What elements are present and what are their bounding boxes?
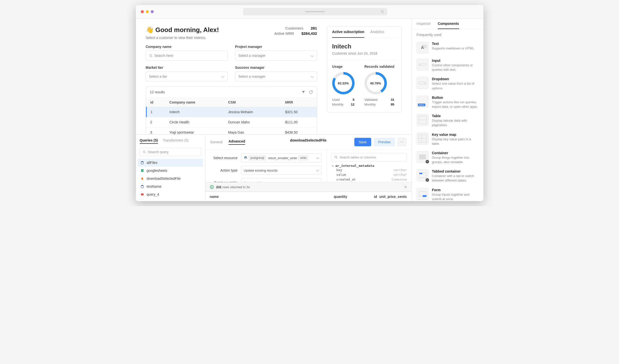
component-form[interactable]: FormGroup inputs together and submit at … — [417, 185, 478, 201]
schema-column[interactable]: keyvarchar — [331, 168, 407, 172]
api-icon — [140, 192, 144, 196]
table-row[interactable]: 1InitechJessica Mohaim$321.50 — [146, 107, 317, 117]
search-icon — [149, 54, 152, 57]
component-table[interactable]: TableDisplay tabular data with paginatio… — [417, 111, 478, 130]
component-thumb: + — [417, 151, 429, 163]
results-header: name quantity id unit_price_cents — [205, 192, 411, 201]
action-type-select[interactable]: Update existing records — [241, 166, 322, 175]
right-sidebar: Inspector Components Frequently used ATe… — [411, 19, 483, 201]
schema-search-input[interactable]: Search tables or columns — [331, 153, 407, 161]
titlebar — [136, 5, 483, 19]
table-row[interactable]: 2Circle HealthDuncan Idaho$111.00 — [146, 117, 317, 127]
schema-column[interactable]: valuevarchar — [331, 172, 407, 177]
records-chart: 40.78% — [364, 72, 387, 94]
component-container[interactable]: +ContainerGroup things together into gro… — [417, 148, 478, 167]
component-text[interactable]: ATextSupports markdown or HTML. — [417, 39, 478, 56]
svg-line-5 — [145, 153, 146, 153]
query-search-input[interactable]: Search query — [140, 148, 201, 156]
component-tabbed-container[interactable]: +Tabbed containerContainer with a tab to… — [417, 167, 478, 185]
component-thumb — [417, 133, 429, 145]
close-toast-button[interactable]: × — [404, 184, 407, 190]
results-table-card: 12 results id Company name CSM — [146, 86, 317, 135]
more-button[interactable]: ⋯ — [398, 138, 406, 146]
resource-select[interactable]: postgresql retool_emailer_write write — [241, 153, 322, 162]
customer-since: Customer since Jun 24, 2018 — [332, 51, 396, 60]
fire-icon — [140, 177, 144, 181]
tab-active-subscription[interactable]: Active subscription — [332, 26, 364, 38]
save-button[interactable]: Save — [354, 138, 371, 146]
component-thumb — [417, 114, 429, 126]
customer-name: Initech — [332, 43, 396, 50]
editor-title: downloadSelectedFile — [290, 138, 327, 142]
minimize-icon[interactable] — [146, 10, 149, 13]
svg-point-15 — [143, 194, 143, 195]
close-icon[interactable] — [141, 10, 144, 13]
check-icon — [210, 185, 214, 189]
chevron-down-icon — [331, 165, 334, 167]
component-thumb: Action — [417, 96, 429, 108]
tab-general[interactable]: General — [210, 140, 223, 144]
search-icon — [143, 150, 146, 154]
query-item-testName[interactable]: testName — [138, 182, 203, 190]
maximize-icon[interactable] — [151, 10, 154, 13]
schema-column[interactable]: created_attimezone — [331, 177, 407, 182]
project-manager-select[interactable]: Select a manager — [235, 51, 317, 61]
company-label: Company name — [146, 45, 228, 49]
status-toast: 231 rows returned in 3s × — [205, 182, 411, 192]
postgres-icon — [244, 156, 247, 160]
component-thumb — [417, 188, 429, 200]
filter-icon[interactable] — [301, 90, 305, 94]
tab-components[interactable]: Components — [438, 22, 459, 29]
tab-queries[interactable]: Queries (5) — [140, 138, 158, 144]
tab-analytics[interactable]: Analytics — [370, 26, 384, 38]
component-thumb: + — [417, 169, 429, 181]
global-search[interactable] — [243, 8, 387, 15]
pm-label: Project manager — [235, 45, 317, 49]
success-manager-select[interactable]: Select a manager — [235, 72, 317, 81]
component-thumb: I — [417, 59, 429, 71]
market-tier-select[interactable]: Select a tier — [146, 72, 228, 81]
tab-transformers[interactable]: Transformers (5) — [163, 138, 189, 144]
refresh-icon[interactable] — [309, 90, 313, 94]
svg-point-4 — [143, 151, 145, 153]
svg-point-16 — [244, 156, 247, 158]
customer-detail-card: Active subscription Analytics Initech Cu… — [327, 26, 401, 112]
svg-point-11 — [141, 185, 143, 186]
window-controls — [141, 10, 154, 13]
sidebar-heading: Frequently used — [412, 29, 483, 39]
component-thumb: ⌄ — [417, 77, 429, 89]
component-button[interactable]: ActionButtonTrigger actions like run que… — [417, 93, 478, 111]
table-row[interactable]: 3Yogi sportswearMaya Gao$438.50 — [146, 127, 317, 135]
svg-point-0 — [381, 10, 383, 12]
app-window: 👋 Good morning, Alex! Select a customer … — [136, 5, 483, 201]
svg-point-13 — [141, 194, 142, 195]
query-item-downloadSelectedFile[interactable]: downloadSelectedFile — [138, 175, 203, 182]
customers-table: id Company name CSM MRR 1InitechJessica … — [146, 98, 317, 135]
tier-label: Market tier — [146, 66, 228, 70]
svg-line-3 — [151, 56, 152, 57]
editor-panel: General Advanced downloadSelectedFile Sa… — [205, 135, 411, 201]
search-icon — [334, 155, 338, 159]
query-item-allFiles[interactable]: allFiles — [138, 159, 203, 167]
schema-table-node[interactable]: ar_internal_metadata — [331, 164, 407, 168]
component-input[interactable]: IInputControl other components or querie… — [417, 56, 478, 74]
results-count: 12 results — [150, 90, 165, 94]
tab-advanced[interactable]: Advanced — [228, 139, 245, 145]
tab-inspector[interactable]: Inspector — [417, 22, 431, 29]
query-item-googlesheets[interactable]: googlesheets — [138, 167, 203, 175]
svg-line-1 — [383, 12, 384, 13]
query-item-query_4[interactable]: query_4 — [138, 190, 203, 198]
db-icon — [140, 184, 144, 188]
svg-point-2 — [149, 54, 151, 56]
sheet-icon — [140, 169, 144, 173]
usage-chart: 83.33% — [332, 72, 355, 94]
component-key-value-map[interactable]: Key value mapDisplay key value pairs in … — [417, 130, 478, 148]
page-subtitle: Select a customer to view their metrics. — [146, 36, 219, 40]
company-search-input[interactable]: Search here — [146, 51, 228, 61]
component-dropdown[interactable]: ⌄DropdownSelect one value from a list of… — [417, 74, 478, 93]
preview-button[interactable]: Preview — [374, 138, 395, 146]
queries-panel: Queries (5) Transformers (5) Search quer… — [136, 135, 205, 201]
svg-line-18 — [336, 158, 337, 159]
svg-point-14 — [142, 194, 143, 195]
page-title: 👋 Good morning, Alex! — [146, 26, 219, 34]
